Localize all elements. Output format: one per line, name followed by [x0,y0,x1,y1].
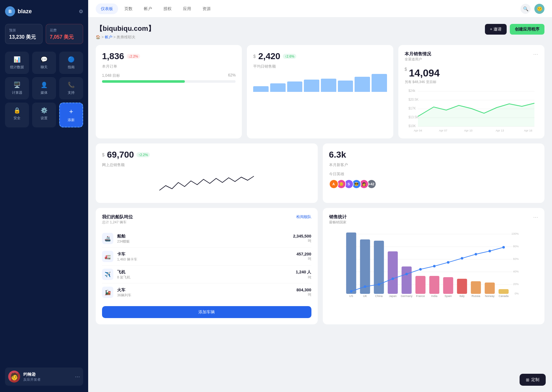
sidebar-item-guide[interactable]: 🔵 指南 [59,52,83,74]
orders-header: 1,836 ↓2.2% [102,51,236,61]
support-icon: 📞 [68,81,75,88]
svg-text:Spain: Spain [444,294,452,298]
monthly-sales-sub: 全渠道用户 [405,57,431,62]
ship-unit: 吨 [293,238,311,243]
svg-marker-10 [418,103,534,126]
online-sales-number: 69,700 [107,150,134,160]
svg-rect-30 [388,251,398,294]
chat-icon: 💬 [41,56,48,63]
invite-button[interactable]: + 邀请 [485,24,507,35]
fleet-sub: 总计 1,247 辆车 [102,220,133,225]
new-customers-card: 6.3k 本月新客户 今日英雄 A 😊 S 😎 👩 +42 [323,143,545,203]
fleet-item-train: 🚂 火车 36辆列车 804,300 吨 [102,283,311,301]
orders-number: 1,836 [102,51,124,61]
online-sales-header: $ 69,700 ↑2.2% [102,150,311,160]
add-vehicle-button[interactable]: 添加车辆 [102,306,311,318]
svg-text:0%: 0% [515,292,519,295]
tab-pages[interactable]: 页数 [119,3,138,14]
fleet-item-truck: 🚛 卡车 1,460 辆卡车 457,200 吨 [102,248,311,266]
settings-icon[interactable]: ⚙ [79,8,83,14]
sidebar-item-support[interactable]: 📞 支持 [59,77,83,99]
svg-text:UK: UK [363,294,367,298]
svg-rect-34 [443,277,453,294]
tab-dashboard[interactable]: 仪表板 [96,3,118,14]
tab-accounts[interactable]: 帐户 [139,3,157,14]
wavy-chart [102,171,311,197]
stats-icon: 📊 [14,56,20,63]
sales-stats-menu[interactable]: ⋯ [533,214,538,220]
svg-point-44 [419,268,422,271]
svg-text:$24k: $24k [408,89,416,92]
svg-text:Canada: Canada [498,294,509,298]
logo-icon: B [5,6,15,16]
svg-point-39 [350,290,352,293]
svg-rect-31 [401,266,412,294]
progress-pct: 62% [228,73,236,78]
orders-label: 本月订单 [102,64,236,69]
tab-apps[interactable]: 应用 [178,3,196,14]
online-sales-card: $ 69,700 ↑2.2% 网上总销售额 [96,143,318,203]
progress-target: 1,048 目标 [102,73,120,78]
orders-card: 1,836 ↓2.2% 本月订单 1,048 目标 62% [96,45,242,138]
breadcrumb-accounts: 帐户 [105,35,112,39]
monthly-sales-menu[interactable]: ⋯ [533,51,538,57]
svg-point-49 [488,250,491,252]
svg-text:60%: 60% [513,257,519,260]
truck-count: 1,460 辆卡车 [117,257,293,262]
new-customers-number: 6.3k [329,150,346,160]
sidebar-item-calculator[interactable]: 🖥️ 计算器 [5,77,29,99]
nav-label-support: 支持 [68,90,75,95]
expense-label: 花费 [50,28,79,33]
svg-text:India: India [431,294,437,298]
sales-stats-sub: 最畅销国家 [329,220,347,225]
svg-rect-32 [415,276,425,294]
budget-value: 13,230 美元 [9,34,38,40]
tab-auth[interactable]: 授权 [158,3,177,14]
bar-8 [372,74,387,92]
sidebar-item-chat[interactable]: 💬 聊天 [32,52,56,74]
heroes-avatars: A 😊 S 😎 👩 +42 [329,179,538,189]
content-area: 【biqubiqu.com】 🏠 > 帐户 > 奥弗维耶夫 + 邀请 创建应用程… [88,18,552,392]
svg-text:Apr 10: Apr 10 [464,129,473,132]
svg-text:$13.5K: $13.5K [408,115,418,119]
create-app-button[interactable]: 创建应用程序 [510,24,544,35]
search-button[interactable]: 🔍 [521,4,531,14]
customize-button[interactable]: ⊞ 定制 [520,374,546,386]
online-sales-label: 网上总销售额 [102,162,311,168]
more-icon[interactable]: ⋯ [75,374,80,380]
train-icon: 🚂 [102,287,113,298]
svg-rect-37 [485,283,495,294]
sidebar-item-media[interactable]: 👤 媒体 [32,77,56,99]
sidebar-item-stats[interactable]: 📊 统计数据 [5,52,29,74]
svg-text:China: China [375,294,383,298]
train-count: 36辆列车 [117,293,293,298]
security-icon: 🔒 [14,107,20,114]
svg-point-42 [391,277,394,280]
bar-2 [270,83,286,92]
user-avatar-btn[interactable]: 🙂 [534,4,544,14]
svg-text:Apr 16: Apr 16 [524,129,532,132]
heroes-label: 今日英雄 [329,171,538,177]
user-name: 约翰逊 [23,372,72,377]
tab-resources[interactable]: 资源 [197,3,216,14]
sidebar-item-security[interactable]: 🔒 安全 [5,103,29,127]
fleet-link[interactable]: 检阅舰队 [296,214,311,220]
fleet-item-ship: 🚢 船舶 234艘艇 2,345,500 吨 [102,230,311,248]
bottom-row: 我们的船队吨位 总计 1,247 辆车 检阅舰队 🚢 船舶 234艘艇 2,34… [96,208,544,324]
user-info: 约翰逊 反应开发者 [23,372,72,382]
svg-rect-35 [457,279,467,294]
add-icon: + [69,108,73,116]
sidebar-item-settings[interactable]: ⚙️ 设置 [32,103,56,127]
fleet-item-plane: ✈️ 飞机 8 架飞机 1,240 人 吨 [102,266,311,283]
ship-value: 2,345,500 吨 [293,234,311,243]
train-value: 804,300 吨 [297,288,311,297]
train-amount: 804,300 [297,288,311,292]
sidebar-item-add[interactable]: + 添新 [59,103,83,127]
orders-progress: 1,048 目标 62% [102,73,236,83]
user-role: 反应开发者 [23,377,72,382]
plane-unit: 吨 [296,275,311,280]
svg-text:Norway: Norway [485,294,494,298]
new-customers-label: 本月新客户 [329,162,538,168]
fleet-title-section: 我们的船队吨位 总计 1,247 辆车 [102,214,133,225]
ship-icon: 🚢 [102,233,113,244]
